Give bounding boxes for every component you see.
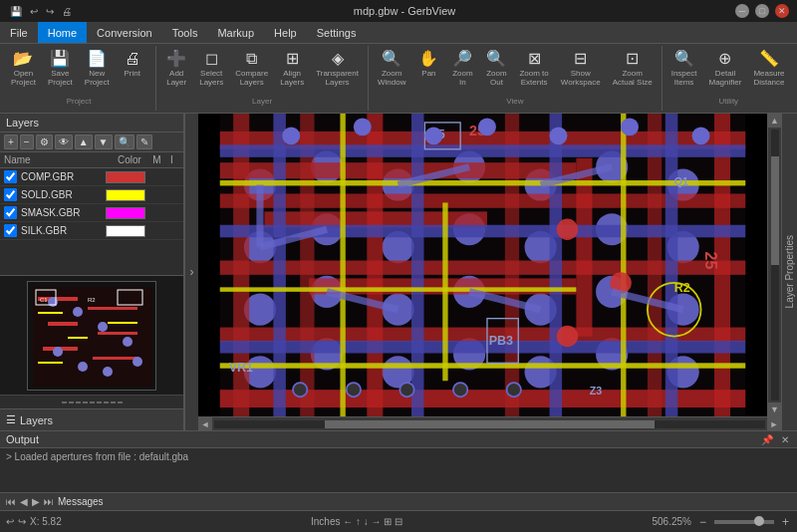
- inspect-button[interactable]: 🔍 InspectItems: [666, 48, 702, 90]
- zoom-in-status-button[interactable]: +: [780, 515, 791, 529]
- show-workspace-button[interactable]: ⊟ ShowWorkspace: [556, 48, 606, 90]
- unit-selector[interactable]: Inches: [311, 516, 340, 527]
- right-panel[interactable]: Layer Properties: [781, 114, 797, 430]
- output-pin-button[interactable]: 📌: [759, 434, 775, 445]
- svg-point-102: [399, 383, 413, 397]
- search-tool[interactable]: 🔍: [115, 134, 134, 149]
- save-icon[interactable]: 💾: [8, 6, 24, 17]
- v-scroll-track[interactable]: [771, 130, 779, 400]
- print-button[interactable]: 🖨 Print: [117, 48, 148, 81]
- scroll-down-button[interactable]: ▼: [768, 402, 782, 416]
- svg-point-18: [103, 367, 113, 377]
- menu-settings[interactable]: Settings: [307, 22, 367, 43]
- magnifier-icon: ⊕: [718, 51, 731, 67]
- msg-first-button[interactable]: ⏮: [6, 496, 16, 507]
- layer-checkbox[interactable]: [4, 224, 17, 237]
- add-layer-tool[interactable]: +: [4, 134, 18, 149]
- redo-status-icon[interactable]: ↪: [18, 516, 26, 527]
- show-workspace-icon: ⊟: [574, 51, 587, 67]
- svg-text:25: 25: [702, 252, 720, 270]
- msg-prev-button[interactable]: ◀: [20, 496, 28, 507]
- titlebar-controls: ─ □ ✕: [735, 4, 789, 18]
- layer-color-swatch[interactable]: [106, 207, 145, 219]
- layer-checkbox[interactable]: [4, 170, 17, 183]
- menu-conversion[interactable]: Conversion: [87, 22, 162, 43]
- print-icon[interactable]: 🖨: [60, 6, 74, 17]
- zoom-slider[interactable]: [714, 520, 774, 524]
- pan-button[interactable]: ✋ Pan: [412, 48, 444, 81]
- redo-icon[interactable]: ↪: [44, 6, 56, 17]
- layer-checkbox[interactable]: [4, 206, 17, 219]
- menu-home[interactable]: Home: [38, 22, 87, 43]
- scroll-left-button[interactable]: ◄: [198, 417, 212, 431]
- save-project-button[interactable]: 💾 SaveProject: [43, 48, 78, 90]
- compare-layers-button[interactable]: ⧉ CompareLayers: [230, 48, 273, 90]
- magnifier-button[interactable]: ⊕ DetailMagnifier: [703, 48, 746, 90]
- zoom-extents-button[interactable]: ⊠ Zoom toExtents: [514, 48, 553, 90]
- undo-status-icon[interactable]: ↩: [6, 516, 14, 527]
- h-scroll-track[interactable]: [214, 420, 765, 428]
- layer-name: SOLD.GBR: [21, 189, 102, 200]
- grid-icon[interactable]: ⊞: [384, 516, 392, 527]
- zoom-actual-button[interactable]: ⊡ ZoomActual Size: [608, 48, 658, 90]
- layer-color-swatch[interactable]: [106, 189, 145, 201]
- remove-layer-tool[interactable]: −: [20, 134, 34, 149]
- zoom-out-button[interactable]: 🔍 ZoomOut: [480, 48, 512, 90]
- maximize-button[interactable]: □: [755, 4, 769, 18]
- select-layers-button[interactable]: ◻ SelectLayers: [194, 48, 228, 90]
- down-tool[interactable]: ▼: [95, 134, 113, 149]
- transparent-layers-button[interactable]: ◈ TransparentLayers: [311, 48, 364, 90]
- edit-tool[interactable]: ✎: [136, 134, 152, 149]
- layer-name: SMASK.GBR: [21, 207, 102, 218]
- menu-tools[interactable]: Tools: [162, 22, 208, 43]
- layer-row[interactable]: SILK.GBR: [0, 222, 183, 240]
- utility-group-label: Utility: [666, 97, 791, 106]
- zoom-out-status-button[interactable]: −: [697, 515, 708, 529]
- statusbar-center: Inches ← ↑ ↓ → ⊞ ⊟: [70, 516, 645, 527]
- svg-text:Z3: Z3: [590, 385, 603, 397]
- open-project-button[interactable]: 📂 OpenProject: [6, 48, 41, 90]
- horizontal-scrollbar[interactable]: ◄ ►: [198, 416, 781, 430]
- svg-point-19: [133, 357, 142, 367]
- pcb-main-svg[interactable]: D5 PB3 VR1 Q1 R2 Z3 25 25: [198, 114, 767, 416]
- layer-group-label: Layer: [160, 97, 364, 106]
- output-close-button[interactable]: ✕: [779, 434, 791, 445]
- undo-icon[interactable]: ↩: [28, 6, 40, 17]
- menu-help[interactable]: Help: [264, 22, 307, 43]
- close-button[interactable]: ✕: [775, 4, 789, 18]
- scroll-up-button[interactable]: ▲: [768, 114, 782, 128]
- expand-left-panel-button[interactable]: ›: [184, 114, 198, 430]
- vertical-scrollbar[interactable]: ▲ ▼: [767, 114, 781, 416]
- zoom-in-button[interactable]: 🔎 ZoomIn: [446, 48, 478, 90]
- menu-file[interactable]: File: [0, 22, 38, 43]
- settings-layer-tool[interactable]: ⚙: [36, 134, 53, 149]
- messages-bar: ⏮ ◀ ▶ ⏭ Messages: [0, 492, 797, 510]
- minimize-button[interactable]: ─: [735, 4, 749, 18]
- snap-icon[interactable]: ⊟: [395, 516, 402, 527]
- layer-color-swatch[interactable]: [106, 171, 145, 183]
- add-layer-button[interactable]: ➕ AddLayer: [160, 48, 192, 90]
- h-scroll-thumb[interactable]: [325, 420, 656, 428]
- layer-row[interactable]: COMP.GBR: [0, 168, 183, 186]
- main-area: Layers + − ⚙ 👁 ▲ ▼ 🔍 ✎ Name Color M I CO…: [0, 114, 797, 430]
- titlebar: 💾 ↩ ↪ 🖨 mdp.gbw - GerbView ─ □ ✕: [0, 0, 797, 22]
- left-bottom-tab[interactable]: ☰ Layers: [0, 408, 183, 430]
- measure-button[interactable]: 📏 MeasureDistance: [748, 48, 789, 90]
- zoom-window-button[interactable]: 🔍 ZoomWindow: [373, 48, 410, 90]
- eye-tool[interactable]: 👁: [55, 134, 73, 149]
- layer-color-swatch[interactable]: [106, 225, 145, 237]
- layer-row[interactable]: SMASK.GBR: [0, 204, 183, 222]
- menu-markup[interactable]: Markup: [207, 22, 264, 43]
- layer-row[interactable]: SOLD.GBR: [0, 186, 183, 204]
- pcb-canvas-area[interactable]: D5 PB3 VR1 Q1 R2 Z3 25 25: [198, 114, 767, 416]
- msg-last-button[interactable]: ⏭: [44, 496, 54, 507]
- new-project-button[interactable]: 📄 NewProject: [80, 48, 115, 90]
- layer-checkbox[interactable]: [4, 188, 17, 201]
- layers-table-header: Name Color M I: [0, 152, 183, 168]
- v-scroll-thumb[interactable]: [771, 156, 779, 265]
- up-tool[interactable]: ▲: [75, 134, 93, 149]
- align-layers-button[interactable]: ⊞ AlignLayers: [275, 48, 309, 90]
- svg-rect-3: [88, 307, 137, 310]
- msg-next-button[interactable]: ▶: [32, 496, 40, 507]
- scroll-right-button[interactable]: ►: [767, 417, 781, 431]
